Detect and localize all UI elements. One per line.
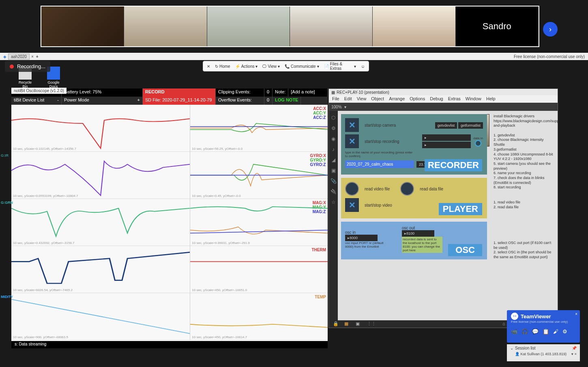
start-video-button[interactable]: ✕ xyxy=(345,198,359,212)
lock-icon[interactable]: 🔒 xyxy=(333,321,339,327)
device-dropdown[interactable]: ▸ xyxy=(422,134,471,141)
smiley-icon[interactable]: ☺ xyxy=(359,63,367,69)
device-list-dropdown[interactable]: tiBit Device List - xyxy=(11,97,62,105)
chart-ppg-ir: G:IR 10 sec, yScale=0.0553199, yOffset=-… xyxy=(11,152,190,199)
overflow-value: 0 xyxy=(264,97,273,105)
actions-button[interactable]: ⚡ Actions ▾ xyxy=(233,63,260,69)
participant-tile-3[interactable] xyxy=(207,6,290,46)
start-camera-button[interactable]: ✕ xyxy=(345,118,359,132)
grid-icon[interactable]: ⋮⋮ xyxy=(367,321,373,327)
osc-window-title: notiBit Oscilloscope (v1.2.0) xyxy=(11,88,67,94)
getformatlist-button[interactable]: getformatlist xyxy=(458,122,483,129)
max-patcher-canvas[interactable]: install Blackmagic drivers https://www.b… xyxy=(338,111,558,320)
participant-tile-6[interactable]: Sandro xyxy=(456,6,539,46)
osc-charts-area: 10 sec, yScale=0.102145, yOffset=-14356.… xyxy=(11,105,328,340)
overflow-label: Overflow Events: xyxy=(216,97,264,105)
menu-view[interactable]: View xyxy=(357,96,367,102)
files-extras-button[interactable]: 📄 Files & Extras ▾ xyxy=(322,61,358,71)
clip-icon[interactable]: 📎 xyxy=(330,178,337,185)
osc-header-row2: tiBit Device List - Power Mode+ SD File:… xyxy=(11,97,328,105)
communicate-button[interactable]: 📞 Communicate ▾ xyxy=(283,63,321,69)
participant-tile-1[interactable] xyxy=(41,6,124,46)
menu-object[interactable]: Object xyxy=(371,96,384,102)
menu-extras[interactable]: Extras xyxy=(448,96,461,102)
layers-icon[interactable]: ▣ xyxy=(356,321,361,327)
audio-icon[interactable]: ◢ xyxy=(330,157,337,164)
session-tab[interactable]: aah2020 xyxy=(8,54,30,60)
menu-arrange[interactable]: Arrange xyxy=(389,96,405,102)
plug-icon[interactable]: 🔌 xyxy=(330,189,337,195)
chat-icon[interactable]: 💬 xyxy=(532,328,539,335)
menu-debug[interactable]: Debug xyxy=(430,96,443,102)
tv-close-icon[interactable]: × xyxy=(575,312,577,316)
menu-window[interactable]: Window xyxy=(466,96,481,102)
osc-in-port[interactable]: ▸8000 xyxy=(345,235,378,241)
participant-name: Sandro xyxy=(483,21,511,32)
chart-ppg-grn: G:GRN 10 sec, yScale=0.432692, yOffset=-… xyxy=(11,199,190,246)
teamviewer-logo-icon: ↔ xyxy=(511,313,518,320)
brush-icon[interactable]: 🖌 xyxy=(553,328,558,335)
view-button[interactable]: 🖵 View ▾ xyxy=(260,63,282,69)
start-recording-button[interactable]: ✕ xyxy=(345,134,359,148)
zoom-dropdown-icon[interactable]: ▾ xyxy=(344,105,346,109)
next-page-button[interactable]: › xyxy=(543,22,558,37)
menu-help[interactable]: Help xyxy=(486,96,496,102)
menu-options[interactable]: Options xyxy=(410,96,425,102)
participant-tile-5[interactable] xyxy=(373,6,455,46)
log-note-button[interactable]: LOG NOTE xyxy=(273,97,301,105)
record-button[interactable]: RECORD xyxy=(143,89,216,97)
participant-tile-4[interactable] xyxy=(290,6,373,46)
osc-out-port[interactable]: ▸8100 xyxy=(402,230,434,237)
file-icon[interactable]: 📋 xyxy=(543,328,549,335)
recording-name-input[interactable] xyxy=(345,160,414,168)
note-label: Note: xyxy=(273,89,288,97)
osc-right-column: ACC:XACC:YACC:Z 10 sec, yScale=56.25, yO… xyxy=(190,105,328,340)
data-in-indicator xyxy=(475,140,481,147)
menu-file[interactable]: File xyxy=(332,96,339,102)
max-left-sidebar: ⬡ ⚙ ◉ ♪ ◢ ▣ 📎 🔌 ☆ xyxy=(329,111,338,320)
cube-icon[interactable]: ⬡ xyxy=(330,115,337,121)
chart-therm: THERM 10 sec, yScale=450, yOffset=-16651… xyxy=(190,246,328,293)
star-icon[interactable]: ☆ xyxy=(330,199,337,206)
chart-mag: MAG:XMAG:YMAG:Z 10 sec, yScale=9.89831, … xyxy=(190,199,328,246)
menu-edit[interactable]: Edit xyxy=(344,96,352,102)
home-button[interactable]: ↻ Home xyxy=(213,63,232,69)
osc-left-column: 10 sec, yScale=0.102145, yOffset=-14356.… xyxy=(11,105,190,340)
player-instructions: 1. read video file 2. read data file xyxy=(494,200,554,209)
pin-icon[interactable]: 📌 xyxy=(572,346,577,350)
tab-close-icon[interactable]: × xyxy=(31,54,34,59)
close-session-icon[interactable]: ✕ xyxy=(205,63,212,69)
max-app-icon: ▦ xyxy=(331,90,335,95)
read-data-button[interactable] xyxy=(400,182,414,196)
chart-gyro: GYRO:XGYRO:YGYRO:Z 10 sec, yScale=0.45, … xyxy=(190,152,328,199)
player-panel: read video file read data file ✕start/st… xyxy=(341,178,487,218)
getvdevlist-button[interactable]: getvdevlist xyxy=(435,122,457,129)
video-icon[interactable]: 📹 xyxy=(511,328,517,335)
clipping-value: 0 xyxy=(264,89,273,97)
new-tab-icon[interactable]: + xyxy=(36,54,39,59)
settings-icon[interactable]: ⚙ xyxy=(562,328,567,335)
note-icon[interactable]: ♪ xyxy=(330,147,337,153)
clipping-label: Clipping Events: xyxy=(216,89,264,97)
chart-ppg-red: 10 sec, yScale=0.102145, yOffset=-14356.… xyxy=(11,105,190,152)
format-dropdown[interactable]: ▸ xyxy=(422,142,471,148)
osc-panel: osc in▸8000osc input PORT nr (default 80… xyxy=(341,222,487,259)
presentation-icon[interactable]: ▦ xyxy=(344,321,350,327)
read-video-button[interactable] xyxy=(345,182,359,196)
teamviewer-title-bar: ◈ aah2020 × + Free license (non-commerci… xyxy=(0,53,588,60)
headset-icon[interactable]: 🎧 xyxy=(521,328,528,335)
gear-icon[interactable]: ⚙ xyxy=(330,125,337,132)
recording-label: Recording... xyxy=(17,63,45,69)
bulb-icon[interactable]: ◉ xyxy=(330,136,337,142)
chart-humidity: MIDITY 10 sec, yScale=900, yOffset=-6806… xyxy=(11,293,190,340)
session-user[interactable]: 👤 Kat Sullivan (1 403.183.819) ▾ × xyxy=(510,350,577,356)
participant-tile-2[interactable] xyxy=(124,6,207,46)
tv-sub: Free license (non-commercial use only) xyxy=(511,320,576,324)
session-list-panel[interactable]: ⌄Session list📌 👤 Kat Sullivan (1 403.183… xyxy=(507,344,580,361)
teamviewer-logo-icon: ◈ xyxy=(3,54,6,59)
zoom-level[interactable]: 100% xyxy=(331,105,342,109)
chevron-down-icon[interactable]: ⌄ xyxy=(510,346,513,350)
note-input[interactable]: [Add a note] xyxy=(288,89,328,97)
power-mode-dropdown[interactable]: Power Mode+ xyxy=(62,97,143,105)
image-icon[interactable]: ▣ xyxy=(330,168,337,174)
